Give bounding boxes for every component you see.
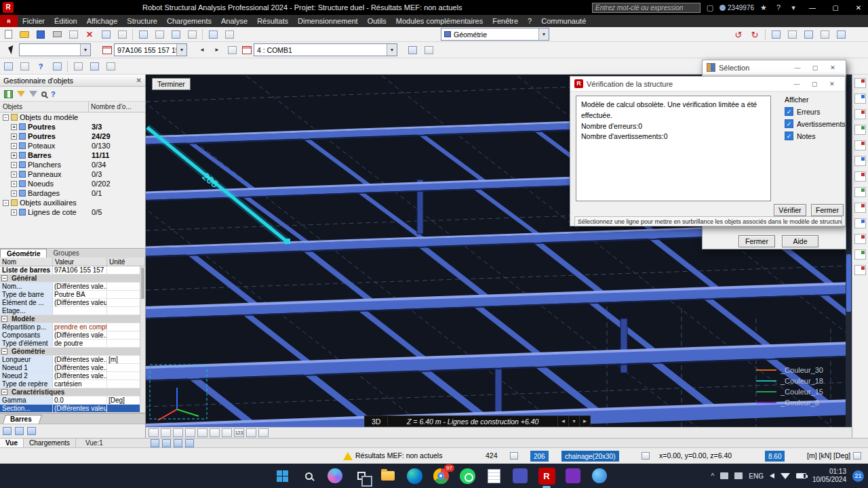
expand-icon[interactable]: + [11, 190, 17, 197]
undo-icon[interactable]: ↺ [731, 28, 746, 41]
construction-plane-label[interactable]: Z = 6.40 m - Lignes de construction +6.4… [388, 418, 557, 426]
tree-item-poutres-1[interactable]: + Poutres 3/3 [0, 122, 145, 131]
help-icon[interactable]: ? [773, 3, 784, 12]
tab-geometrie[interactable]: Géométrie [0, 249, 47, 258]
property-section-caracteristiques[interactable]: −Caractéristiques [0, 388, 145, 396]
move-up-down-icon[interactable] [71, 60, 85, 73]
mesh-tool-icon[interactable] [854, 234, 866, 244]
property-section-geometrie[interactable]: −Géométrie [0, 348, 145, 356]
combo-dropdown-icon[interactable]: ▾ [176, 44, 186, 56]
tables-icon[interactable] [222, 28, 237, 41]
property-row[interactable]: Liste de barres 97A106 155 157 159 ... [0, 266, 145, 274]
display-params-icon[interactable] [768, 28, 783, 41]
tree-item-lignes-de-cote[interactable]: + Lignes de cote 0/5 [0, 207, 145, 217]
cascade-windows-icon[interactable] [151, 439, 159, 447]
plane-dropdown-icon[interactable]: ▾ [568, 416, 579, 426]
clear-filter-icon[interactable] [29, 91, 37, 97]
checkbox-erreurs[interactable]: ✓ Erreurs [785, 107, 846, 116]
loads-tool-icon[interactable] [854, 171, 866, 182]
photos-button[interactable] [590, 466, 609, 485]
column-objects[interactable]: Objets [0, 102, 89, 112]
render-icon[interactable] [833, 28, 848, 41]
verification-line[interactable]: Nombre d'avertissements:0 [581, 131, 766, 142]
maximize-button[interactable]: ▢ [826, 0, 845, 15]
expand-icon[interactable]: + [11, 162, 17, 168]
tree-group-model-objects[interactable]: − Objets du modèle [0, 113, 145, 122]
menu-modules[interactable]: Modules complémentaires [391, 17, 488, 25]
start-button[interactable] [273, 466, 292, 485]
columns-icon[interactable] [4, 90, 13, 98]
close-button[interactable]: ✕ [849, 0, 868, 15]
expand-icon[interactable]: + [11, 152, 17, 159]
expand-icon[interactable]: + [11, 124, 17, 130]
analysis-icon[interactable] [168, 28, 183, 41]
table-view-icon[interactable] [3, 427, 12, 435]
minimize-button[interactable]: — [803, 0, 822, 15]
tree-item-poteaux[interactable]: + Poteaux 0/130 [0, 141, 145, 150]
snap-mode-icon[interactable] [510, 452, 518, 460]
print-icon[interactable] [50, 28, 64, 41]
checkbox-avertissements[interactable]: ✓ Avertissements [785, 119, 846, 128]
bars-list-combo[interactable]: 97A106 155 157 159 ▾ [114, 43, 187, 56]
menu-communaute[interactable]: Communauté [536, 17, 591, 25]
dialog-close-icon[interactable]: ✕ [824, 61, 842, 75]
rotate-3d-icon[interactable] [210, 428, 220, 437]
tab-vue[interactable]: Vue [0, 439, 24, 447]
tree-group-auxiliary-objects[interactable]: − Objets auxiliaires [0, 198, 145, 207]
tab-chargements[interactable]: Chargements [24, 439, 76, 447]
offsets-tool-icon[interactable] [854, 203, 866, 213]
property-row[interactable]: Longueur (Différentes vale... [m] [0, 356, 145, 364]
terminer-button[interactable]: Terminer [152, 78, 191, 90]
verification-fermer-button[interactable]: Fermer [811, 204, 844, 216]
layout-selector-combo[interactable]: Géométrie ▾ [441, 28, 549, 41]
property-row[interactable]: Composants (Différentes vale... [0, 331, 145, 340]
property-section-general[interactable]: −Général [0, 274, 145, 283]
property-row[interactable]: Gamma 0.0 [Deg] [0, 396, 145, 405]
select-cursor-icon[interactable] [5, 43, 20, 57]
apply-selection-icon[interactable] [421, 43, 436, 57]
properties-scrollbar[interactable] [140, 266, 145, 413]
grid-snap-icon[interactable] [853, 452, 861, 460]
tab-groupes[interactable]: Groupes [47, 249, 85, 258]
property-row[interactable]: Type de repère cartésien [0, 380, 145, 388]
tray-app-icon-2[interactable] [734, 472, 743, 479]
verification-line[interactable]: Modèle de calcul obsolète. Une vérificat… [581, 100, 766, 121]
delete-icon[interactable]: ✕ [82, 28, 97, 41]
sections-tool-icon[interactable] [854, 156, 866, 166]
selection-fermer-button[interactable]: Fermer [738, 235, 775, 247]
verification-line[interactable]: Nombre d'erreurs:0 [581, 121, 766, 132]
open-file-icon[interactable] [17, 28, 32, 41]
checkbox-checked-icon[interactable]: ✓ [785, 107, 793, 116]
edge-button[interactable] [405, 466, 424, 485]
nodes-tool-icon[interactable] [854, 125, 866, 135]
column-count[interactable]: Nombre d'o... [89, 102, 145, 112]
results-tool-icon[interactable] [854, 265, 866, 275]
next-selection-icon[interactable]: ► [210, 43, 224, 57]
property-row[interactable]: Élément de ... (Différentes valeurs [0, 299, 145, 307]
materials-tool-icon[interactable] [854, 218, 866, 228]
tile-windows-icon[interactable] [162, 439, 171, 447]
next-plane-icon[interactable]: ► [579, 416, 590, 426]
zoom-out-icon[interactable] [185, 428, 195, 437]
numbering-icon[interactable] [87, 60, 102, 73]
network-icon[interactable] [781, 473, 790, 479]
edit-coords-icon[interactable] [642, 452, 650, 460]
collapse-icon[interactable]: − [1, 275, 7, 281]
expand-icon[interactable]: + [11, 209, 17, 216]
copilot-button[interactable] [326, 466, 344, 485]
expand-icon[interactable]: + [11, 181, 17, 187]
checkbox-notes[interactable]: ✓ Notes [785, 131, 846, 140]
view-3d-icon[interactable] [205, 28, 220, 41]
property-row[interactable]: Type de barre Poutre BA [0, 291, 145, 299]
search-icon[interactable] [41, 92, 47, 97]
split-view-icon[interactable] [185, 439, 194, 447]
visual-studio-button[interactable] [564, 466, 583, 485]
measure-icon[interactable] [103, 60, 118, 73]
combo-dropdown-icon[interactable]: ▾ [538, 28, 549, 40]
filter-icon[interactable] [17, 91, 25, 97]
object-help-icon[interactable]: ? [33, 60, 48, 73]
selection-combo[interactable]: ▾ [19, 43, 91, 56]
load-case-combo[interactable]: 4 : COMB1 ▾ [254, 43, 397, 56]
previous-selection-icon[interactable]: ◄ [195, 43, 210, 57]
menu-fichier[interactable]: Fichier [18, 17, 50, 25]
